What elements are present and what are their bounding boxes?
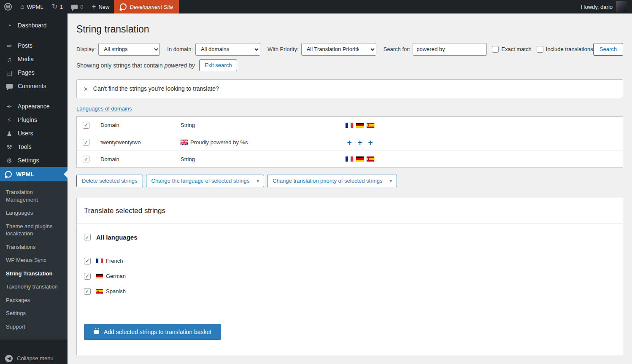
page-title: String translation bbox=[76, 13, 623, 36]
panel-body: All languages French German Spanish bbox=[77, 224, 623, 355]
add-to-translation-basket-button[interactable]: Add selected strings to translation bask… bbox=[84, 324, 221, 340]
dashboard-icon: ◔ bbox=[5, 22, 14, 29]
site-name-button[interactable]: ⌂ WPML bbox=[16, 0, 48, 13]
user-icon: ♟ bbox=[5, 130, 14, 137]
sidebar-item-pages[interactable]: ▤ Pages bbox=[0, 66, 68, 79]
string-column-header: String bbox=[181, 122, 346, 128]
spanish-flag-icon bbox=[96, 289, 103, 294]
sidebar-item-dashboard[interactable]: ◔ Dashboard bbox=[0, 19, 68, 32]
submenu-item-support[interactable]: Support bbox=[0, 320, 68, 334]
sidebar-item-label: Dashboard bbox=[18, 22, 47, 29]
submenu-item-string-translation[interactable]: String Translation bbox=[0, 267, 68, 280]
media-icon: ♫ bbox=[5, 56, 14, 62]
basket-icon bbox=[94, 330, 99, 334]
add-german-translation-icon[interactable]: + bbox=[356, 138, 364, 146]
search-button[interactable]: Search bbox=[593, 43, 623, 56]
updates-icon: ↻ bbox=[52, 3, 57, 10]
submenu-item-theme-plugins-localization[interactable]: Theme and plugins localization bbox=[0, 220, 68, 240]
add-spanish-translation-icon[interactable]: + bbox=[367, 138, 374, 146]
search-note: Showing only strings that contain powere… bbox=[76, 59, 623, 71]
admin-bar: W ⌂ WPML ↻ 1 0 + New Development Site Ho… bbox=[0, 0, 632, 13]
admin-sidebar: ◔ Dashboard ✏ Posts ♫ Media ▤ Pages Comm… bbox=[0, 13, 68, 364]
exact-match-checkbox[interactable] bbox=[492, 46, 499, 53]
submenu-item-packages[interactable]: Packages bbox=[0, 294, 68, 307]
cant-find-strings-accordion[interactable]: > Can't find the strings you're looking … bbox=[76, 79, 623, 98]
comment-bubble-icon bbox=[71, 5, 78, 9]
submenu-item-wp-menus-sync[interactable]: WP Menus Sync bbox=[0, 253, 68, 267]
wordpress-logo-icon: W bbox=[4, 3, 12, 11]
change-language-dropdown-button[interactable]: Change the language of selected strings bbox=[146, 175, 265, 187]
add-translation-actions: + + + bbox=[346, 138, 374, 146]
exit-search-button[interactable]: Exit search bbox=[199, 59, 237, 71]
sidebar-item-comments[interactable]: Comments bbox=[0, 79, 68, 93]
wpml-submenu: Translation Management Languages Theme a… bbox=[0, 181, 68, 340]
sidebar-item-plugins[interactable]: ⚡ Plugins bbox=[0, 113, 68, 127]
site-name-label: WPML bbox=[27, 4, 43, 10]
french-flag-icon bbox=[346, 123, 353, 128]
french-flag-icon bbox=[96, 259, 103, 263]
new-content-button[interactable]: + New bbox=[88, 0, 114, 13]
delete-selected-strings-button[interactable]: Delete selected strings bbox=[76, 175, 143, 187]
sidebar-item-media[interactable]: ♫ Media bbox=[0, 52, 68, 66]
home-icon: ⌂ bbox=[20, 3, 24, 10]
submenu-item-translations[interactable]: Translations bbox=[0, 240, 68, 254]
filters-bar: Display: All strings In domain: All doma… bbox=[76, 43, 623, 56]
domain-filter-label: In domain: bbox=[167, 46, 193, 52]
spanish-label: Spanish bbox=[106, 288, 126, 294]
change-priority-dropdown-button[interactable]: Change translation priority of selected … bbox=[267, 175, 397, 187]
wordpress-logo-button[interactable]: W bbox=[0, 0, 16, 13]
sidebar-item-label: Settings bbox=[18, 157, 39, 164]
sidebar-item-tools[interactable]: ⚒ Tools bbox=[0, 140, 68, 154]
sidebar-item-users[interactable]: ♟ Users bbox=[0, 127, 68, 140]
collapse-menu-button[interactable]: ◀ Collapse menu bbox=[0, 350, 68, 364]
development-site-badge[interactable]: Development Site bbox=[114, 0, 179, 13]
wpml-logo-icon bbox=[5, 171, 12, 178]
add-french-translation-icon[interactable]: + bbox=[346, 138, 353, 146]
submenu-item-taxonomy-translation[interactable]: Taxonomy translation bbox=[0, 280, 68, 294]
submenu-item-translation-management[interactable]: Translation Management bbox=[0, 186, 68, 206]
user-avatar bbox=[616, 1, 627, 12]
panel-title: Translate selected strings bbox=[77, 198, 623, 224]
priority-filter-select[interactable]: All Translation Priorities bbox=[301, 43, 376, 56]
paintbrush-icon: ✒ bbox=[5, 103, 14, 110]
wrench-icon: ⚒ bbox=[5, 144, 14, 150]
sidebar-item-label: Appearance bbox=[18, 103, 50, 110]
collapse-menu-label: Collapse menu bbox=[17, 355, 54, 361]
submenu-item-languages[interactable]: Languages bbox=[0, 206, 68, 220]
include-translations-checkbox[interactable] bbox=[537, 46, 543, 53]
german-label: German bbox=[106, 273, 126, 279]
domain-filter-select[interactable]: All domains bbox=[195, 43, 260, 56]
spanish-checkbox[interactable] bbox=[84, 288, 91, 295]
sidebar-item-wpml[interactable]: WPML bbox=[0, 167, 68, 181]
sidebar-item-label: Pages bbox=[18, 69, 35, 76]
french-checkbox[interactable] bbox=[84, 258, 91, 264]
comments-button[interactable]: 0 bbox=[67, 0, 87, 13]
row-checkbox[interactable] bbox=[83, 139, 89, 146]
sidebar-item-label: Posts bbox=[18, 42, 32, 49]
comments-icon bbox=[5, 83, 14, 89]
german-checkbox[interactable] bbox=[84, 273, 91, 280]
domain-column-header: Domain bbox=[100, 122, 181, 128]
exact-match-label: Exact match bbox=[501, 46, 532, 52]
language-row-spanish: Spanish bbox=[84, 288, 616, 295]
current-menu-arrow bbox=[64, 170, 68, 178]
admin-menu: ◔ Dashboard ✏ Posts ♫ Media ▤ Pages Comm… bbox=[0, 13, 68, 167]
sidebar-item-label: Plugins bbox=[18, 116, 37, 123]
select-all-checkbox[interactable] bbox=[83, 156, 89, 162]
table-row: twentytwentytwo Proudly powered by %s + … bbox=[77, 134, 623, 151]
all-languages-checkbox[interactable] bbox=[84, 234, 91, 240]
select-all-checkbox[interactable] bbox=[83, 122, 89, 129]
display-filter-select[interactable]: All strings bbox=[98, 43, 160, 56]
languages-of-domains-link[interactable]: Languages of domains bbox=[76, 105, 132, 112]
search-input[interactable] bbox=[413, 43, 487, 56]
sidebar-item-settings[interactable]: ⚙ Settings bbox=[0, 154, 68, 167]
updates-button[interactable]: ↻ 1 bbox=[48, 0, 68, 13]
submenu-item-settings[interactable]: Settings bbox=[0, 307, 68, 320]
sidebar-item-appearance[interactable]: ✒ Appearance bbox=[0, 100, 68, 113]
plus-icon: + bbox=[92, 3, 96, 11]
sidebar-item-posts[interactable]: ✏ Posts bbox=[0, 39, 68, 52]
sidebar-item-label: Media bbox=[18, 56, 34, 62]
account-menu[interactable]: Howdy, dario bbox=[576, 0, 632, 13]
pages-icon: ▤ bbox=[5, 70, 14, 76]
plugin-icon: ⚡ bbox=[5, 117, 14, 123]
